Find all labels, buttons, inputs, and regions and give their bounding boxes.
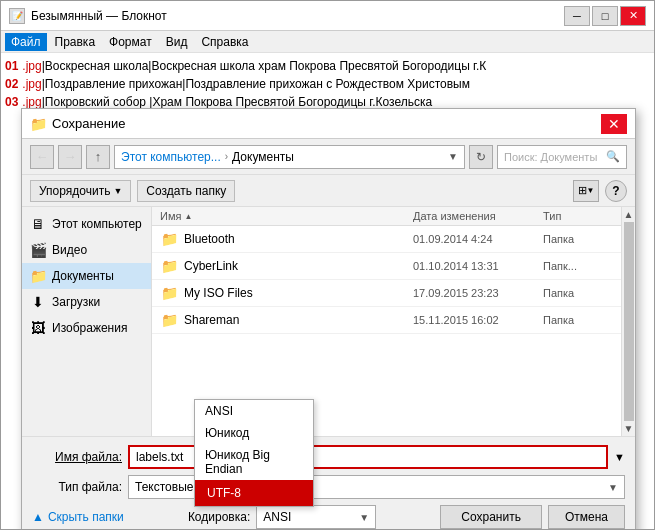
new-folder-button[interactable]: Создать папку — [137, 180, 235, 202]
filetype-arrow: ▼ — [608, 482, 618, 493]
scroll-up[interactable]: ▲ — [624, 209, 634, 220]
menu-view[interactable]: Вид — [160, 33, 194, 51]
breadcrumb-bar[interactable]: Этот компьютер... › Документы ▼ — [114, 145, 465, 169]
sidebar-item-downloads[interactable]: ⬇ Загрузки — [22, 289, 151, 315]
encoding-select[interactable]: ANSI ▼ — [256, 505, 376, 529]
minimize-button[interactable]: ─ — [564, 6, 590, 26]
filename-label: Имя файла: — [32, 450, 122, 464]
notepad-app-icon: 📝 — [9, 8, 25, 24]
sidebar-item-documents[interactable]: 📁 Документы — [22, 263, 151, 289]
sidebar-item-video[interactable]: 🎬 Видео — [22, 237, 151, 263]
encoding-arrow: ▼ — [359, 512, 369, 523]
scroll-down[interactable]: ▼ — [624, 423, 634, 434]
col-name-header: Имя — [160, 210, 181, 222]
dialog-title-text: Сохранение — [52, 116, 126, 131]
menu-help[interactable]: Справка — [195, 33, 254, 51]
scrollbar[interactable]: ▲ ▼ — [621, 207, 635, 436]
back-button[interactable]: ← — [30, 145, 54, 169]
menu-bar: Файл Правка Формат Вид Справка — [1, 31, 654, 53]
filetype-row: Тип файла: Текстовые документы (*.txt) ▼ — [32, 475, 625, 499]
view-button[interactable]: ⊞ ▼ — [573, 180, 599, 202]
file-row-shareman[interactable]: 📁 Shareman 15.11.2015 16:02 Папка — [152, 307, 621, 334]
file-type-isofiles: Папка — [543, 287, 613, 299]
action-buttons: Сохранить Отмена — [440, 505, 625, 529]
menu-edit[interactable]: Правка — [49, 33, 102, 51]
line-1-ext: .jpg — [22, 57, 41, 75]
up-button[interactable]: ↑ — [86, 145, 110, 169]
file-row-bluetooth[interactable]: 📁 Bluetooth 01.09.2014 4:24 Папка — [152, 226, 621, 253]
action-bar: Упорядочить ▼ Создать папку ⊞ ▼ ? — [22, 175, 635, 207]
maximize-button[interactable]: □ — [592, 6, 618, 26]
sidebar-label-downloads: Загрузки — [52, 295, 100, 309]
file-row-cyberlink[interactable]: 📁 CyberLink 01.10.2014 13:31 Папк... — [152, 253, 621, 280]
file-name-cyberlink: CyberLink — [184, 259, 413, 273]
file-name-bluetooth: Bluetooth — [184, 232, 413, 246]
line-2-text: |Поздравление прихожан|Поздравление прих… — [42, 75, 470, 93]
organize-arrow: ▼ — [113, 186, 122, 196]
video-icon: 🎬 — [30, 242, 46, 258]
line-num-2: 02 — [5, 75, 18, 93]
file-date-cyberlink: 01.10.2014 13:31 — [413, 260, 543, 272]
sidebar-label-video: Видео — [52, 243, 87, 257]
file-type-shareman: Папка — [543, 314, 613, 326]
refresh-button[interactable]: ↻ — [469, 145, 493, 169]
content-line-1: 01 .jpg |Воскресная школа|Воскресная шко… — [5, 57, 650, 75]
organize-button[interactable]: Упорядочить ▼ — [30, 180, 131, 202]
sidebar-item-images[interactable]: 🖼 Изображения — [22, 315, 151, 341]
folder-icon-cyberlink: 📁 — [160, 257, 178, 275]
breadcrumb-sep: › — [225, 151, 228, 162]
help-button[interactable]: ? — [605, 180, 627, 202]
filename-dropdown-arrow[interactable]: ▼ — [614, 451, 625, 463]
notepad-title: Безымянный — Блокнот — [31, 9, 167, 23]
new-folder-label: Создать папку — [146, 184, 226, 198]
dialog-title-icon: 📁 — [30, 116, 46, 132]
filename-row: Имя файла: ▼ — [32, 445, 625, 469]
file-row-isofiles[interactable]: 📁 My ISO Files 17.09.2015 23:23 Папка — [152, 280, 621, 307]
menu-file[interactable]: Файл — [5, 33, 47, 51]
documents-icon: 📁 — [30, 268, 46, 284]
file-type-cyberlink: Папк... — [543, 260, 613, 272]
view-arrow: ▼ — [587, 186, 595, 195]
encoding-value: ANSI — [263, 510, 291, 524]
encoding-area: Кодировка: ANSI ▼ — [188, 505, 376, 529]
organize-label: Упорядочить — [39, 184, 110, 198]
view-icon: ⊞ — [578, 184, 587, 197]
file-date-bluetooth: 01.09.2014 4:24 — [413, 233, 543, 245]
dropdown-item-unicode-big-endian[interactable]: Юникод Big Endian — [195, 444, 313, 480]
notepad-window: 📝 Безымянный — Блокнот ─ □ ✕ Файл Правка… — [0, 0, 655, 530]
encoding-dropdown-menu: ANSI Юникод Юникод Big Endian UTF-8 — [194, 399, 314, 507]
forward-button[interactable]: → — [58, 145, 82, 169]
file-type-bluetooth: Папка — [543, 233, 613, 245]
folder-icon-bluetooth: 📁 — [160, 230, 178, 248]
filetype-label: Тип файла: — [32, 480, 122, 494]
menu-format[interactable]: Формат — [103, 33, 158, 51]
cancel-button[interactable]: Отмена — [548, 505, 625, 529]
hide-folders-label[interactable]: Скрыть папки — [48, 510, 124, 524]
folder-icon-shareman: 📁 — [160, 311, 178, 329]
breadcrumb-part-2: Документы — [232, 150, 294, 164]
search-icon: 🔍 — [606, 150, 620, 163]
sidebar-item-computer[interactable]: 🖥 Этот компьютер — [22, 211, 151, 237]
dialog-close-button[interactable]: ✕ — [601, 114, 627, 134]
close-button[interactable]: ✕ — [620, 6, 646, 26]
dialog-title-bar: 📁 Сохранение ✕ — [22, 109, 635, 139]
notepad-content[interactable]: 01 .jpg |Воскресная школа|Воскресная шко… — [1, 53, 654, 529]
downloads-icon: ⬇ — [30, 294, 46, 310]
dialog-body: 🖥 Этот компьютер 🎬 Видео 📁 Документы ⬇ З… — [22, 207, 635, 436]
hide-folders-icon[interactable]: ▲ — [32, 510, 44, 524]
line-1-text: |Воскресная школа|Воскресная школа храм … — [42, 57, 487, 75]
col-date-header: Дата изменения — [413, 210, 496, 222]
hide-folders-area: ▲ Скрыть папки — [32, 510, 124, 524]
dropdown-item-utf8[interactable]: UTF-8 — [195, 480, 313, 506]
sort-arrow: ▲ — [184, 212, 192, 221]
sidebar-label-images: Изображения — [52, 321, 127, 335]
save-button[interactable]: Сохранить — [440, 505, 542, 529]
content-line-2: 02 .jpg |Поздравление прихожан|Поздравле… — [5, 75, 650, 93]
dropdown-item-unicode[interactable]: Юникод — [195, 422, 313, 444]
col-type-header: Тип — [543, 210, 561, 222]
search-box[interactable]: Поиск: Документы 🔍 — [497, 145, 627, 169]
notepad-title-bar: 📝 Безымянный — Блокнот ─ □ ✕ — [1, 1, 654, 31]
dropdown-item-ansi[interactable]: ANSI — [195, 400, 313, 422]
line-num-1: 01 — [5, 57, 18, 75]
folder-icon-isofiles: 📁 — [160, 284, 178, 302]
